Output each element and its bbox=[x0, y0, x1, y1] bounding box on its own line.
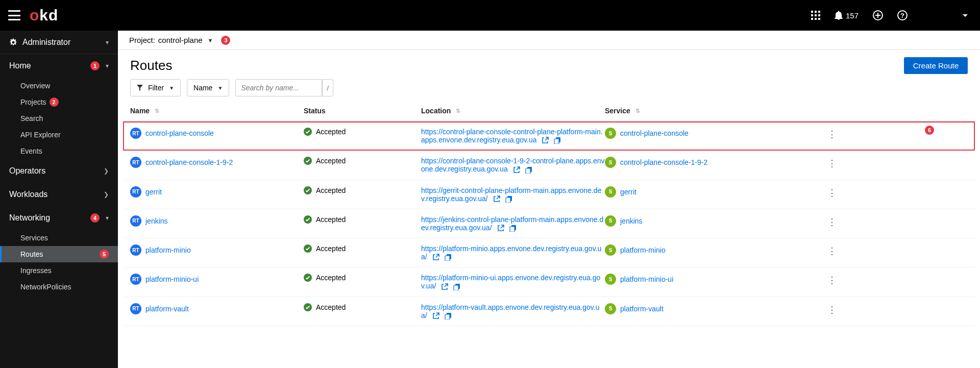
sidebar-item-search[interactable]: Search bbox=[0, 110, 118, 127]
svg-rect-26 bbox=[445, 256, 450, 261]
project-bar: Project: control-plane ▼ 3 bbox=[118, 31, 980, 50]
service-link[interactable]: platform-minio-ui bbox=[620, 275, 673, 283]
sidebar-item-routes[interactable]: Routes5 bbox=[0, 246, 118, 262]
sidebar-item-ingresses[interactable]: Ingresses bbox=[0, 262, 118, 279]
project-selector[interactable]: Project: control-plane ▼ bbox=[129, 36, 213, 44]
perspective-switcher[interactable]: Administrator ▾ bbox=[0, 31, 118, 54]
create-route-button[interactable]: Create Route bbox=[904, 57, 968, 74]
route-link[interactable]: control-plane-console bbox=[145, 129, 214, 137]
table-row: RTplatform-minioAcceptedhttps://platform… bbox=[123, 238, 975, 267]
callout-badge: 2 bbox=[50, 97, 59, 107]
kebab-menu[interactable]: ⋮ bbox=[809, 128, 840, 140]
svg-rect-4 bbox=[815, 14, 817, 16]
svg-rect-3 bbox=[811, 14, 813, 16]
masthead-left: okd bbox=[8, 7, 58, 24]
th-service[interactable]: Service⇅ bbox=[605, 107, 809, 115]
chevron-right-icon: ❯ bbox=[104, 191, 109, 198]
nav-section-home[interactable]: Home 1 ▾ bbox=[0, 54, 118, 78]
service-link[interactable]: gerrit bbox=[620, 188, 636, 196]
copy-icon[interactable] bbox=[445, 312, 452, 320]
location-cell: https://control-plane-console-control-pl… bbox=[421, 128, 605, 144]
external-link-icon[interactable] bbox=[493, 195, 500, 203]
location-link[interactable]: https://control-plane-console-control-pl… bbox=[421, 128, 603, 144]
kebab-menu[interactable]: ⋮ bbox=[809, 215, 840, 228]
help-icon[interactable]: ? bbox=[897, 10, 908, 20]
hamburger-icon[interactable] bbox=[8, 10, 20, 20]
nav-section-label: Home bbox=[9, 61, 87, 70]
status-text: Accepted bbox=[316, 157, 346, 165]
copy-icon[interactable] bbox=[509, 225, 517, 232]
location-cell: https://jenkins-control-plane-platform-m… bbox=[421, 215, 605, 232]
brand-logo[interactable]: okd bbox=[30, 7, 58, 24]
gear-icon bbox=[9, 38, 17, 46]
rt-badge-icon: RT bbox=[130, 186, 141, 198]
route-link[interactable]: platform-minio bbox=[145, 246, 191, 254]
th-name[interactable]: Name⇅ bbox=[130, 107, 304, 115]
external-link-icon[interactable] bbox=[542, 137, 549, 144]
search-input[interactable] bbox=[235, 79, 322, 96]
rt-badge-icon: RT bbox=[130, 128, 141, 139]
kebab-menu[interactable]: ⋮ bbox=[809, 186, 840, 199]
nav-section-workloads[interactable]: Workloads ❯ bbox=[0, 183, 118, 206]
service-link[interactable]: platform-minio bbox=[620, 246, 666, 254]
check-icon bbox=[304, 244, 312, 253]
sidebar-item-api-explorer[interactable]: API Explorer bbox=[0, 127, 118, 143]
sidebar-item-services[interactable]: Services bbox=[0, 230, 118, 246]
brand-o: o bbox=[30, 7, 39, 23]
external-link-icon[interactable] bbox=[513, 166, 520, 174]
chevron-down-icon: ▼ bbox=[217, 85, 223, 91]
route-link[interactable]: gerrit bbox=[145, 188, 162, 196]
service-link[interactable]: control-plane-console bbox=[620, 129, 689, 137]
apps-icon[interactable] bbox=[811, 11, 820, 20]
callout-badge: 5 bbox=[100, 250, 109, 259]
location-cell: https://control-plane-console-1-9-2-cont… bbox=[421, 157, 605, 173]
kebab-menu[interactable]: ⋮ bbox=[809, 274, 840, 286]
external-link-icon[interactable] bbox=[441, 283, 448, 290]
sidebar-item-events[interactable]: Events bbox=[0, 143, 118, 159]
perspective-label: Administrator bbox=[22, 38, 101, 47]
service-link[interactable]: platform-vault bbox=[620, 305, 664, 313]
sidebar-item-overview[interactable]: Overview bbox=[0, 78, 118, 94]
rt-badge-icon: RT bbox=[130, 157, 141, 168]
add-icon[interactable] bbox=[873, 10, 883, 20]
chevron-down-icon: ▾ bbox=[106, 62, 109, 69]
copy-icon[interactable] bbox=[554, 137, 561, 144]
status-text: Accepted bbox=[316, 186, 346, 194]
external-link-icon[interactable] bbox=[497, 225, 504, 232]
copy-icon[interactable] bbox=[453, 283, 460, 290]
th-location[interactable]: Location⇅ bbox=[421, 107, 605, 115]
service-link[interactable]: jenkins bbox=[620, 217, 643, 225]
brand-kd: kd bbox=[39, 7, 58, 23]
copy-icon[interactable] bbox=[525, 166, 532, 174]
svg-rect-29 bbox=[454, 285, 458, 290]
kebab-menu[interactable]: ⋮ bbox=[809, 157, 840, 169]
route-link[interactable]: platform-vault bbox=[145, 305, 189, 313]
svg-text:?: ? bbox=[900, 12, 904, 19]
nav-section-networking[interactable]: Networking 4 ▾ bbox=[0, 206, 118, 230]
route-link[interactable]: jenkins bbox=[145, 217, 168, 225]
notifications-button[interactable]: 157 bbox=[835, 11, 859, 20]
user-menu[interactable] bbox=[922, 8, 968, 23]
external-link-icon[interactable] bbox=[432, 312, 439, 320]
routes-table: Name⇅ Status Location⇅ Service⇅ RTcontro… bbox=[118, 101, 980, 326]
route-link[interactable]: control-plane-console-1-9-2 bbox=[145, 158, 233, 166]
name-dropdown[interactable]: Name ▼ bbox=[187, 79, 229, 96]
external-link-icon[interactable] bbox=[432, 254, 439, 261]
copy-icon[interactable] bbox=[505, 195, 512, 203]
status-text: Accepted bbox=[316, 244, 346, 253]
service-link[interactable]: control-plane-console-1-9-2 bbox=[620, 158, 707, 166]
nav-section-operators[interactable]: Operators ❯ bbox=[0, 159, 118, 183]
copy-icon[interactable] bbox=[445, 254, 452, 261]
sidebar-item-projects[interactable]: Projects2 bbox=[0, 94, 118, 110]
s-badge-icon: S bbox=[605, 186, 616, 198]
kebab-menu[interactable]: ⋮ bbox=[809, 244, 840, 257]
rt-badge-icon: RT bbox=[130, 215, 141, 227]
sidebar-item-networkpolicies[interactable]: NetworkPolicies bbox=[0, 279, 118, 295]
route-link[interactable]: platform-minio-ui bbox=[145, 275, 199, 283]
service-cell: Sjenkins bbox=[605, 215, 809, 227]
kebab-menu[interactable]: ⋮ bbox=[809, 303, 840, 315]
svg-rect-14 bbox=[554, 139, 559, 144]
filter-dropdown[interactable]: Filter ▼ bbox=[130, 79, 181, 96]
notification-count: 157 bbox=[846, 11, 859, 20]
table-row: RTcontrol-plane-console-1-9-2Acceptedhtt… bbox=[123, 151, 975, 180]
